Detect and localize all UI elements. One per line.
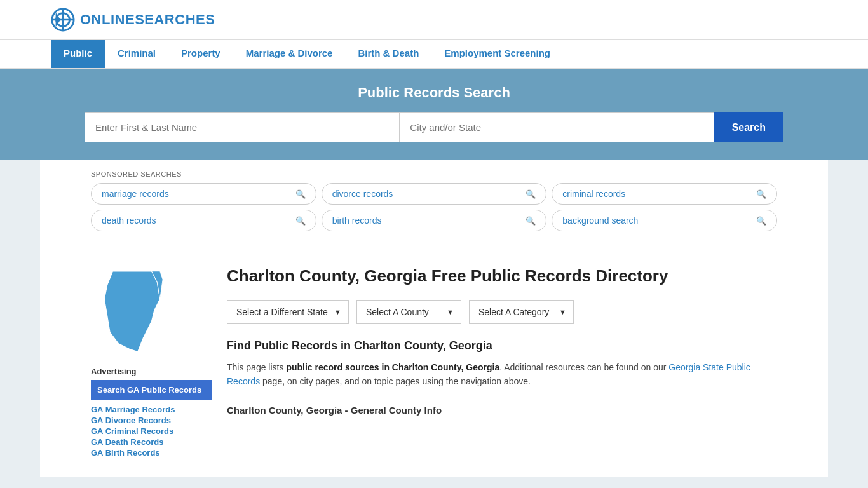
body-layout: Advertising Search GA Public Records GA …	[40, 266, 828, 477]
main-content: Charlton County, Georgia Free Public Rec…	[227, 266, 777, 458]
main-nav: Public Criminal Property Marriage & Divo…	[0, 40, 868, 69]
search-icon: 🔍	[295, 189, 306, 199]
sponsored-tag-criminal-records[interactable]: criminal records 🔍	[552, 183, 777, 205]
sponsored-grid: marriage records 🔍 divorce records 🔍 cri…	[91, 183, 777, 231]
sidebar-ad-block[interactable]: Search GA Public Records	[91, 380, 212, 400]
description-text: This page lists public record sources in…	[227, 360, 777, 389]
county-dropdown-wrapper: Select A County	[356, 300, 461, 324]
sponsored-tag-label: criminal records	[562, 189, 625, 199]
sidebar-link-death[interactable]: GA Death Records	[91, 437, 212, 447]
sponsored-tag-divorce-records[interactable]: divorce records 🔍	[322, 183, 547, 205]
logo-text: ONLINESEARCHES	[80, 11, 215, 28]
sponsored-label: SPONSORED SEARCHES	[91, 170, 777, 178]
search-icon: 🔍	[526, 189, 536, 199]
nav-public[interactable]: Public	[51, 40, 105, 68]
section-divider	[227, 398, 777, 398]
sponsored-tag-label: death records	[102, 215, 156, 226]
banner-title: Public Records Search	[51, 85, 817, 101]
nav-employment-screening[interactable]: Employment Screening	[431, 40, 563, 68]
site-logo[interactable]: ONLINESEARCHES	[51, 8, 215, 32]
sponsored-tag-birth-records[interactable]: birth records 🔍	[322, 210, 547, 231]
city-state-input[interactable]	[399, 112, 714, 142]
sponsored-tag-label: birth records	[332, 215, 382, 226]
sponsored-section: SPONSORED SEARCHES marriage records 🔍 di…	[40, 160, 828, 266]
description-mid: . Additional resources can be found on o…	[499, 362, 668, 372]
search-icon: 🔍	[756, 216, 766, 226]
sidebar-link-criminal[interactable]: GA Criminal Records	[91, 426, 212, 436]
search-banner: Public Records Search Search	[0, 69, 868, 160]
search-button[interactable]: Search	[714, 112, 783, 142]
sidebar-link-divorce[interactable]: GA Divorce Records	[91, 416, 212, 425]
sponsored-tag-label: marriage records	[102, 189, 169, 199]
sidebar-link-birth[interactable]: GA Birth Records	[91, 448, 212, 458]
sidebar-advertising-label: Advertising	[91, 367, 212, 376]
svg-marker-5	[104, 271, 160, 352]
dropdowns-row: Select a Different State Select A County…	[227, 300, 777, 324]
sponsored-tag-death-records[interactable]: death records 🔍	[91, 210, 316, 231]
page-title: Charlton County, Georgia Free Public Rec…	[227, 266, 777, 287]
nav-birth-death[interactable]: Birth & Death	[345, 40, 431, 68]
description-bold: public record sources in Charlton County…	[286, 362, 499, 372]
category-dropdown-wrapper: Select A Category	[469, 300, 574, 324]
state-dropdown[interactable]: Select a Different State	[227, 300, 349, 324]
search-form: Search	[85, 112, 783, 142]
description-end: page, on city pages, and on topic pages …	[260, 376, 531, 386]
sponsored-tag-marriage-records[interactable]: marriage records 🔍	[91, 183, 316, 205]
state-dropdown-wrapper: Select a Different State	[227, 300, 349, 324]
logo-icon	[51, 8, 75, 32]
description-start: This page lists	[227, 362, 286, 372]
sidebar-links: GA Marriage Records GA Divorce Records G…	[91, 405, 212, 458]
county-info-title: Charlton County, Georgia - General Count…	[227, 405, 777, 416]
site-header: ONLINESEARCHES	[0, 0, 868, 40]
search-icon: 🔍	[526, 216, 536, 226]
search-icon: 🔍	[295, 216, 306, 226]
category-dropdown[interactable]: Select A Category	[469, 300, 574, 324]
sidebar: Advertising Search GA Public Records GA …	[91, 266, 212, 458]
nav-marriage-divorce[interactable]: Marriage & Divorce	[233, 40, 346, 68]
sponsored-tag-background-search[interactable]: background search 🔍	[552, 210, 777, 231]
county-dropdown[interactable]: Select A County	[356, 300, 461, 324]
nav-criminal[interactable]: Criminal	[105, 40, 168, 68]
sponsored-tag-label: background search	[562, 215, 638, 226]
state-map	[91, 266, 173, 355]
find-records-title: Find Public Records in Charlton County, …	[227, 339, 777, 353]
main-container: SPONSORED SEARCHES marriage records 🔍 di…	[40, 160, 828, 477]
search-icon: 🔍	[756, 189, 766, 199]
nav-property[interactable]: Property	[168, 40, 233, 68]
name-input[interactable]	[85, 112, 399, 142]
sidebar-link-marriage[interactable]: GA Marriage Records	[91, 405, 212, 414]
sponsored-tag-label: divorce records	[332, 189, 393, 199]
